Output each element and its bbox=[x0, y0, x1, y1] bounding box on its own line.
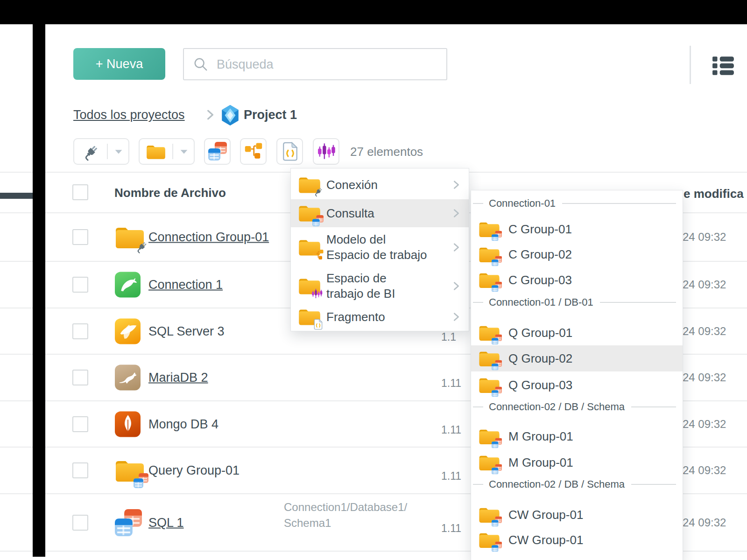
menu-item-workspace-model[interactable]: Modelo del Espacio de trabajo bbox=[291, 227, 469, 267]
plug-icon bbox=[313, 186, 324, 197]
fragment-document-icon bbox=[282, 141, 298, 161]
chevron-right-icon bbox=[451, 242, 461, 252]
menu-item-query[interactable]: Consulta bbox=[291, 199, 469, 227]
new-button[interactable]: + Nueva bbox=[73, 48, 165, 80]
submenu-item[interactable]: M Group-01 bbox=[471, 450, 683, 475]
toolbar-divider bbox=[690, 46, 691, 84]
modified-date: -24 09:32 bbox=[679, 278, 726, 291]
submenu-item[interactable]: M Group-01 bbox=[471, 424, 683, 449]
row-checkbox[interactable] bbox=[72, 462, 88, 478]
submenu-item-label: Q Group-02 bbox=[508, 351, 572, 366]
submenu-item-highlighted[interactable]: Q Group-02 bbox=[471, 345, 683, 371]
folder-query-icon bbox=[479, 324, 500, 342]
menu-item-label: Conexión bbox=[326, 177, 378, 193]
chevron-down-icon[interactable] bbox=[113, 147, 124, 157]
submenu-item[interactable]: Q Group-01 bbox=[471, 320, 683, 345]
search-input[interactable] bbox=[216, 52, 437, 77]
folder-query-icon bbox=[115, 458, 145, 483]
submenu-item-label: C Group-03 bbox=[508, 273, 572, 287]
row-checkbox[interactable] bbox=[72, 277, 88, 293]
menu-item-label-line2: trabajo de BI bbox=[326, 287, 395, 301]
folder-icon bbox=[146, 144, 166, 160]
file-name-link[interactable]: SQL 1 bbox=[148, 515, 184, 530]
modified-date: -24 09:32 bbox=[679, 418, 726, 431]
project-gem-icon bbox=[220, 105, 240, 126]
folder-query-icon bbox=[479, 454, 500, 471]
submenu-item-label: Q Group-01 bbox=[508, 326, 572, 340]
file-name-link[interactable]: Mongo DB 4 bbox=[148, 417, 218, 431]
folder-query-icon bbox=[479, 221, 500, 238]
model-diagram-icon bbox=[312, 249, 324, 260]
folder-query-icon bbox=[479, 377, 500, 394]
select-all-checkbox[interactable] bbox=[72, 184, 88, 200]
search-icon bbox=[193, 57, 208, 72]
column-header-name[interactable]: Nombre de Archivo bbox=[114, 186, 226, 200]
submenu-item-label: M Group-01 bbox=[508, 455, 573, 470]
new-fragment-button[interactable] bbox=[276, 138, 303, 165]
chevron-right-icon bbox=[451, 180, 461, 190]
modified-date: -24 09:32 bbox=[679, 464, 726, 477]
submenu-item[interactable]: C Group-02 bbox=[471, 242, 683, 267]
app-window: + Nueva Todos los proyectos Project 1 27… bbox=[0, 0, 747, 560]
menu-item-label: Fragmento bbox=[326, 309, 385, 325]
breadcrumb-all-projects[interactable]: Todos los proyectos bbox=[73, 108, 185, 122]
left-black-bar bbox=[33, 0, 45, 557]
folder-model-icon bbox=[298, 238, 322, 257]
new-connection-split-button[interactable] bbox=[73, 138, 129, 165]
menu-item-bi-workspace[interactable]: Espacio de trabajo de BI bbox=[291, 267, 469, 305]
folder-connection-icon bbox=[115, 225, 145, 249]
submenu-section-header: Connection-01 bbox=[471, 195, 683, 212]
chevron-down-icon[interactable] bbox=[179, 147, 189, 157]
row-checkbox[interactable] bbox=[72, 229, 88, 245]
chevron-right-icon bbox=[451, 281, 461, 291]
file-name-link[interactable]: Connection 1 bbox=[148, 278, 223, 292]
folder-query-icon bbox=[479, 272, 500, 289]
submenu-item[interactable]: C Group-03 bbox=[471, 267, 683, 293]
breadcrumb-chevron-icon bbox=[204, 109, 216, 121]
version-value: 1.11 bbox=[441, 423, 461, 436]
new-bi-workspace-button[interactable] bbox=[313, 138, 339, 165]
list-view-button[interactable] bbox=[709, 53, 735, 79]
row-checkbox[interactable] bbox=[72, 323, 88, 339]
new-workspace-model-button[interactable] bbox=[240, 138, 267, 165]
file-path-line1: Connection1/Database1/ bbox=[284, 501, 407, 514]
submenu-item[interactable]: CW Group-01 bbox=[471, 527, 683, 553]
column-header-modified[interactable]: e modifica bbox=[684, 187, 747, 201]
menu-item-label-line1: Espacio de bbox=[326, 271, 387, 285]
row-checkbox[interactable] bbox=[72, 370, 88, 385]
chevron-right-icon bbox=[451, 312, 461, 322]
new-query-button[interactable] bbox=[204, 138, 231, 165]
folder-query-icon bbox=[298, 204, 322, 223]
file-name-link[interactable]: Connection Group-01 bbox=[148, 230, 269, 245]
modified-date: -24 09:32 bbox=[679, 516, 726, 529]
modified-date: -24 09:32 bbox=[679, 325, 726, 338]
new-folder-split-button[interactable] bbox=[139, 138, 195, 165]
mysql-icon bbox=[115, 272, 141, 298]
button-divider bbox=[107, 144, 108, 159]
submenu-item[interactable]: C Group-01 bbox=[471, 217, 683, 242]
file-name-link[interactable]: Query Group-01 bbox=[148, 463, 240, 478]
row-checkbox[interactable] bbox=[72, 515, 88, 531]
row-checkbox[interactable] bbox=[72, 416, 88, 432]
submenu-item[interactable]: Q Group-03 bbox=[471, 372, 683, 398]
submenu-item[interactable]: CW Group-01 bbox=[471, 502, 683, 527]
menu-item-fragment[interactable]: Fragmento bbox=[291, 305, 469, 329]
folder-connection-icon bbox=[298, 175, 322, 194]
submenu-section-header: Connection-01 / DB-01 bbox=[471, 294, 683, 311]
file-name-link[interactable]: MariaDB 2 bbox=[148, 371, 208, 385]
file-name-link[interactable]: SQL Server 3 bbox=[148, 324, 225, 338]
query-group-submenu: Connection-01 C Group-01 C Group-02 C Gr… bbox=[471, 190, 683, 560]
model-diagram-icon bbox=[245, 142, 262, 160]
submenu-item-label: M Group-01 bbox=[508, 429, 573, 444]
menu-item-connection[interactable]: Conexión bbox=[291, 170, 469, 199]
bi-chart-icon bbox=[317, 142, 336, 161]
folder-query-icon bbox=[479, 350, 500, 367]
mariadb-icon bbox=[115, 365, 141, 391]
search-box[interactable] bbox=[183, 48, 447, 80]
submenu-item-label: C Group-01 bbox=[508, 222, 572, 237]
plug-icon bbox=[81, 143, 100, 161]
modified-date: -24 09:32 bbox=[679, 231, 726, 244]
chevron-right-icon bbox=[451, 208, 461, 218]
submenu-item-label: C Group-02 bbox=[508, 247, 572, 262]
top-black-bar bbox=[0, 0, 747, 24]
